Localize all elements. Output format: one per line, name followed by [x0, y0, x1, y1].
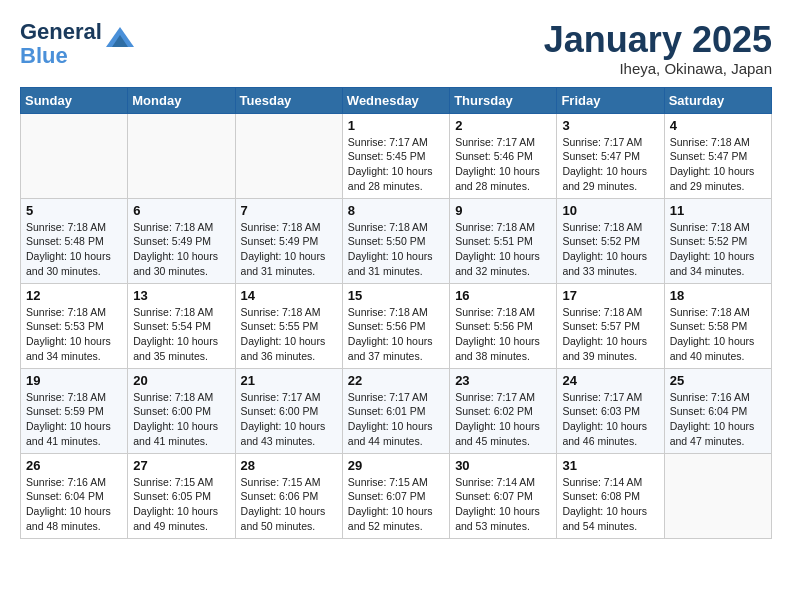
weekday-header-saturday: Saturday [664, 87, 771, 113]
day-cell-27: 27Sunrise: 7:15 AM Sunset: 6:05 PM Dayli… [128, 453, 235, 538]
day-number-16: 16 [455, 288, 551, 303]
day-number-22: 22 [348, 373, 444, 388]
weekday-header-wednesday: Wednesday [342, 87, 449, 113]
day-number-26: 26 [26, 458, 122, 473]
day-info-10: Sunrise: 7:18 AM Sunset: 5:52 PM Dayligh… [562, 220, 658, 279]
day-number-12: 12 [26, 288, 122, 303]
weekday-header-row: SundayMondayTuesdayWednesdayThursdayFrid… [21, 87, 772, 113]
day-cell-31: 31Sunrise: 7:14 AM Sunset: 6:08 PM Dayli… [557, 453, 664, 538]
day-number-7: 7 [241, 203, 337, 218]
day-cell-10: 10Sunrise: 7:18 AM Sunset: 5:52 PM Dayli… [557, 198, 664, 283]
day-cell-19: 19Sunrise: 7:18 AM Sunset: 5:59 PM Dayli… [21, 368, 128, 453]
weekday-header-tuesday: Tuesday [235, 87, 342, 113]
day-cell-29: 29Sunrise: 7:15 AM Sunset: 6:07 PM Dayli… [342, 453, 449, 538]
day-info-18: Sunrise: 7:18 AM Sunset: 5:58 PM Dayligh… [670, 305, 766, 364]
day-cell-16: 16Sunrise: 7:18 AM Sunset: 5:56 PM Dayli… [450, 283, 557, 368]
day-cell-30: 30Sunrise: 7:14 AM Sunset: 6:07 PM Dayli… [450, 453, 557, 538]
day-info-16: Sunrise: 7:18 AM Sunset: 5:56 PM Dayligh… [455, 305, 551, 364]
day-cell-28: 28Sunrise: 7:15 AM Sunset: 6:06 PM Dayli… [235, 453, 342, 538]
week-row-4: 19Sunrise: 7:18 AM Sunset: 5:59 PM Dayli… [21, 368, 772, 453]
logo: GeneralBlue [20, 20, 134, 68]
day-number-21: 21 [241, 373, 337, 388]
day-info-6: Sunrise: 7:18 AM Sunset: 5:49 PM Dayligh… [133, 220, 229, 279]
day-info-9: Sunrise: 7:18 AM Sunset: 5:51 PM Dayligh… [455, 220, 551, 279]
title-block: January 2025 Iheya, Okinawa, Japan [544, 20, 772, 77]
day-cell-21: 21Sunrise: 7:17 AM Sunset: 6:00 PM Dayli… [235, 368, 342, 453]
day-info-26: Sunrise: 7:16 AM Sunset: 6:04 PM Dayligh… [26, 475, 122, 534]
day-cell-23: 23Sunrise: 7:17 AM Sunset: 6:02 PM Dayli… [450, 368, 557, 453]
day-cell-1: 1Sunrise: 7:17 AM Sunset: 5:45 PM Daylig… [342, 113, 449, 198]
day-info-13: Sunrise: 7:18 AM Sunset: 5:54 PM Dayligh… [133, 305, 229, 364]
empty-cell [664, 453, 771, 538]
day-number-28: 28 [241, 458, 337, 473]
weekday-header-sunday: Sunday [21, 87, 128, 113]
day-info-22: Sunrise: 7:17 AM Sunset: 6:01 PM Dayligh… [348, 390, 444, 449]
empty-cell [128, 113, 235, 198]
day-cell-13: 13Sunrise: 7:18 AM Sunset: 5:54 PM Dayli… [128, 283, 235, 368]
week-row-1: 1Sunrise: 7:17 AM Sunset: 5:45 PM Daylig… [21, 113, 772, 198]
calendar-title: January 2025 [544, 20, 772, 60]
day-cell-15: 15Sunrise: 7:18 AM Sunset: 5:56 PM Dayli… [342, 283, 449, 368]
day-number-13: 13 [133, 288, 229, 303]
day-number-29: 29 [348, 458, 444, 473]
day-info-21: Sunrise: 7:17 AM Sunset: 6:00 PM Dayligh… [241, 390, 337, 449]
day-cell-14: 14Sunrise: 7:18 AM Sunset: 5:55 PM Dayli… [235, 283, 342, 368]
day-cell-26: 26Sunrise: 7:16 AM Sunset: 6:04 PM Dayli… [21, 453, 128, 538]
day-number-23: 23 [455, 373, 551, 388]
weekday-header-friday: Friday [557, 87, 664, 113]
day-info-28: Sunrise: 7:15 AM Sunset: 6:06 PM Dayligh… [241, 475, 337, 534]
day-info-27: Sunrise: 7:15 AM Sunset: 6:05 PM Dayligh… [133, 475, 229, 534]
calendar-table: SundayMondayTuesdayWednesdayThursdayFrid… [20, 87, 772, 539]
day-info-4: Sunrise: 7:18 AM Sunset: 5:47 PM Dayligh… [670, 135, 766, 194]
day-cell-25: 25Sunrise: 7:16 AM Sunset: 6:04 PM Dayli… [664, 368, 771, 453]
day-info-15: Sunrise: 7:18 AM Sunset: 5:56 PM Dayligh… [348, 305, 444, 364]
day-number-17: 17 [562, 288, 658, 303]
day-cell-12: 12Sunrise: 7:18 AM Sunset: 5:53 PM Dayli… [21, 283, 128, 368]
day-info-31: Sunrise: 7:14 AM Sunset: 6:08 PM Dayligh… [562, 475, 658, 534]
day-number-14: 14 [241, 288, 337, 303]
day-number-20: 20 [133, 373, 229, 388]
day-info-14: Sunrise: 7:18 AM Sunset: 5:55 PM Dayligh… [241, 305, 337, 364]
empty-cell [235, 113, 342, 198]
day-number-10: 10 [562, 203, 658, 218]
day-number-25: 25 [670, 373, 766, 388]
week-row-5: 26Sunrise: 7:16 AM Sunset: 6:04 PM Dayli… [21, 453, 772, 538]
day-number-4: 4 [670, 118, 766, 133]
day-cell-17: 17Sunrise: 7:18 AM Sunset: 5:57 PM Dayli… [557, 283, 664, 368]
day-number-19: 19 [26, 373, 122, 388]
day-info-24: Sunrise: 7:17 AM Sunset: 6:03 PM Dayligh… [562, 390, 658, 449]
week-row-2: 5Sunrise: 7:18 AM Sunset: 5:48 PM Daylig… [21, 198, 772, 283]
week-row-3: 12Sunrise: 7:18 AM Sunset: 5:53 PM Dayli… [21, 283, 772, 368]
day-cell-6: 6Sunrise: 7:18 AM Sunset: 5:49 PM Daylig… [128, 198, 235, 283]
day-number-27: 27 [133, 458, 229, 473]
day-cell-24: 24Sunrise: 7:17 AM Sunset: 6:03 PM Dayli… [557, 368, 664, 453]
empty-cell [21, 113, 128, 198]
day-info-20: Sunrise: 7:18 AM Sunset: 6:00 PM Dayligh… [133, 390, 229, 449]
logo-text: GeneralBlue [20, 20, 102, 68]
day-number-5: 5 [26, 203, 122, 218]
day-number-15: 15 [348, 288, 444, 303]
day-number-31: 31 [562, 458, 658, 473]
day-info-11: Sunrise: 7:18 AM Sunset: 5:52 PM Dayligh… [670, 220, 766, 279]
day-info-17: Sunrise: 7:18 AM Sunset: 5:57 PM Dayligh… [562, 305, 658, 364]
day-info-12: Sunrise: 7:18 AM Sunset: 5:53 PM Dayligh… [26, 305, 122, 364]
day-info-29: Sunrise: 7:15 AM Sunset: 6:07 PM Dayligh… [348, 475, 444, 534]
day-number-3: 3 [562, 118, 658, 133]
day-info-19: Sunrise: 7:18 AM Sunset: 5:59 PM Dayligh… [26, 390, 122, 449]
day-number-9: 9 [455, 203, 551, 218]
day-cell-7: 7Sunrise: 7:18 AM Sunset: 5:49 PM Daylig… [235, 198, 342, 283]
weekday-header-thursday: Thursday [450, 87, 557, 113]
day-number-8: 8 [348, 203, 444, 218]
day-cell-3: 3Sunrise: 7:17 AM Sunset: 5:47 PM Daylig… [557, 113, 664, 198]
day-info-5: Sunrise: 7:18 AM Sunset: 5:48 PM Dayligh… [26, 220, 122, 279]
day-cell-20: 20Sunrise: 7:18 AM Sunset: 6:00 PM Dayli… [128, 368, 235, 453]
day-info-30: Sunrise: 7:14 AM Sunset: 6:07 PM Dayligh… [455, 475, 551, 534]
day-cell-18: 18Sunrise: 7:18 AM Sunset: 5:58 PM Dayli… [664, 283, 771, 368]
day-number-6: 6 [133, 203, 229, 218]
day-cell-9: 9Sunrise: 7:18 AM Sunset: 5:51 PM Daylig… [450, 198, 557, 283]
day-number-11: 11 [670, 203, 766, 218]
day-cell-4: 4Sunrise: 7:18 AM Sunset: 5:47 PM Daylig… [664, 113, 771, 198]
day-number-30: 30 [455, 458, 551, 473]
calendar-subtitle: Iheya, Okinawa, Japan [544, 60, 772, 77]
day-info-2: Sunrise: 7:17 AM Sunset: 5:46 PM Dayligh… [455, 135, 551, 194]
